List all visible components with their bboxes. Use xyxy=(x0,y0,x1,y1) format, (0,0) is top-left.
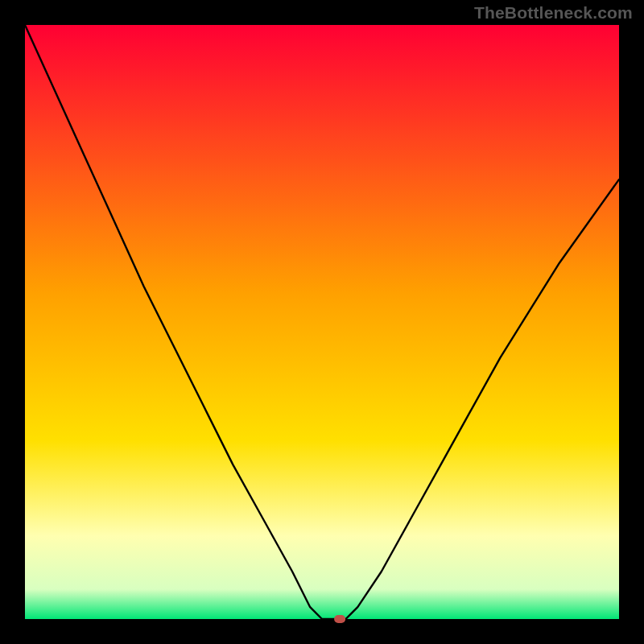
bottleneck-chart xyxy=(0,0,644,644)
optimal-marker xyxy=(334,615,345,623)
plot-area xyxy=(25,25,619,619)
watermark-text: TheBottleneck.com xyxy=(474,3,633,23)
chart-frame: TheBottleneck.com xyxy=(0,0,644,644)
